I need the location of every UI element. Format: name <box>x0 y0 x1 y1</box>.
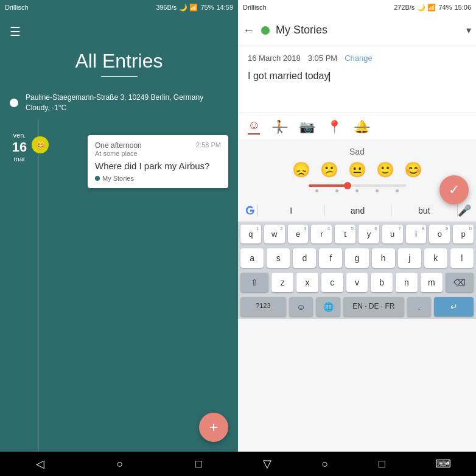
key-y[interactable]: y6 <box>359 225 379 243</box>
key-t[interactable]: t5 <box>335 225 355 243</box>
mic-icon[interactable]: 🎤 <box>458 204 471 217</box>
right-bottom-nav: ▽ ○ □ ⌨ <box>238 452 476 476</box>
camera-toolbar-icon[interactable]: 📷 <box>299 119 315 134</box>
entry-title: Where did I park my Airbus? <box>95 161 221 171</box>
entry-time-display: 3:05 PM <box>308 54 337 63</box>
key-z[interactable]: z <box>271 273 293 292</box>
key-x[interactable]: x <box>296 273 318 292</box>
backspace-key[interactable]: ⌫ <box>446 273 474 292</box>
left-icons: 🌙 📶 <box>179 4 198 12</box>
entry-tag-label: My Stories <box>102 175 134 182</box>
timeline-line <box>38 119 38 452</box>
back-nav-icon-right[interactable]: ▽ <box>263 457 271 471</box>
language-key[interactable]: EN · DE · FR <box>343 297 404 317</box>
key-c[interactable]: c <box>321 273 343 292</box>
key-e[interactable]: e3 <box>288 225 309 243</box>
left-battery: 75% <box>200 4 214 11</box>
period-key[interactable]: . <box>407 297 432 317</box>
back-nav-icon[interactable]: ◁ <box>36 457 44 471</box>
key-r[interactable]: r4 <box>311 225 332 243</box>
mood-faces[interactable]: 😞 😕 😐 🙂 😊 <box>292 161 422 178</box>
recents-nav-icon-right[interactable]: □ <box>379 458 385 471</box>
home-nav-icon-right[interactable]: ○ <box>321 458 328 471</box>
left-carrier: Drillisch <box>5 4 29 11</box>
weather-text: Cloudy, -1°C <box>26 103 203 113</box>
add-entry-fab[interactable]: + <box>199 413 228 442</box>
left-time: 14:59 <box>216 4 233 11</box>
right-panel-header: ← My Stories ▾ <box>238 15 476 46</box>
entry-card[interactable]: One afternoon At some place 2:58 PM Wher… <box>88 135 228 188</box>
entry-place: At some place <box>95 150 142 157</box>
confirm-fab[interactable]: ✓ <box>439 175 469 205</box>
tag-dot <box>95 176 100 181</box>
key-s[interactable]: s <box>267 248 290 268</box>
right-icons: 🌙 📶 <box>417 4 436 12</box>
key-j[interactable]: j <box>398 248 421 268</box>
key-f[interactable]: f <box>319 248 342 268</box>
key-a[interactable]: a <box>240 248 264 268</box>
entry-time: 2:58 PM <box>196 141 221 149</box>
location-toolbar-icon[interactable]: 📍 <box>327 119 342 134</box>
location-dot <box>10 99 18 107</box>
emoji-toolbar-icon[interactable]: ☺ <box>248 118 260 135</box>
right-battery: 74% <box>438 4 452 11</box>
num-switch-key[interactable]: ?123 <box>240 297 286 317</box>
entry-text[interactable]: I got married today <box>248 69 466 105</box>
key-w[interactable]: w2 <box>264 225 285 243</box>
mood-face-5[interactable]: 😊 <box>404 161 422 178</box>
key-l[interactable]: l <box>450 248 474 268</box>
entry-edit-area[interactable]: 16 March 2018 3:05 PM Change I got marri… <box>238 46 476 113</box>
activity-toolbar-icon[interactable]: 🚶 <box>272 119 287 134</box>
title-divider <box>101 76 138 77</box>
mood-face-1[interactable]: 😞 <box>292 161 310 178</box>
recents-nav-icon[interactable]: □ <box>195 458 202 471</box>
keyboard[interactable]: I and but 🎤 q1 w2 e3 r4 t5 y6 u7 i8 o9 p… <box>238 200 476 319</box>
right-carrier: Drillisch <box>243 4 267 11</box>
key-o[interactable]: o9 <box>429 225 450 243</box>
key-n[interactable]: n <box>396 273 418 292</box>
keyboard-nav-icon[interactable]: ⌨ <box>435 457 451 471</box>
dropdown-button[interactable]: ▾ <box>466 24 471 36</box>
key-d[interactable]: d <box>293 248 316 268</box>
key-q[interactable]: q1 <box>240 225 261 243</box>
hamburger-menu[interactable]: ☰ <box>10 24 21 39</box>
mood-slider[interactable] <box>309 184 406 187</box>
mood-face-4[interactable]: 🙂 <box>376 161 394 178</box>
key-h[interactable]: h <box>372 248 395 268</box>
entry-time-of-day: One afternoon <box>95 141 142 150</box>
key-k[interactable]: k <box>424 248 447 268</box>
entry-emoji: 😊 <box>32 136 49 153</box>
location-card: Pauline-Staegemann-Straße 3, 10249 Berli… <box>0 86 238 119</box>
reminder-toolbar-icon[interactable]: 🔔 <box>354 119 369 134</box>
mood-face-2[interactable]: 😕 <box>320 161 338 178</box>
left-bottom-nav: ◁ ○ □ <box>0 452 238 476</box>
story-status-dot <box>261 26 270 35</box>
entry-date: 16 March 2018 <box>248 54 301 63</box>
date-label: ven. 16 mar <box>5 131 34 164</box>
suggestion-2[interactable]: and <box>324 206 390 215</box>
key-b[interactable]: b <box>371 273 393 292</box>
change-button[interactable]: Change <box>345 54 373 63</box>
shift-key[interactable]: ⇧ <box>240 273 268 292</box>
key-p[interactable]: p0 <box>453 225 474 243</box>
globe-key[interactable]: 🌐 <box>316 297 340 317</box>
key-v[interactable]: v <box>346 273 368 292</box>
google-icon <box>243 203 257 218</box>
key-i[interactable]: i8 <box>406 225 427 243</box>
key-m[interactable]: m <box>421 273 443 292</box>
emoji-key[interactable]: ☺ <box>289 297 313 317</box>
right-time: 15:06 <box>454 4 471 11</box>
back-button[interactable]: ← <box>243 23 255 37</box>
mood-face-3[interactable]: 😐 <box>348 161 366 178</box>
suggestion-1[interactable]: I <box>258 206 324 215</box>
editor-toolbar: ☺ 🚶 📷 📍 🔔 <box>238 113 476 139</box>
right-stats: 272B/s <box>394 4 415 11</box>
key-u[interactable]: u7 <box>382 225 403 243</box>
left-stats: 396B/s <box>156 4 177 11</box>
story-title: My Stories <box>276 24 327 37</box>
key-g[interactable]: g <box>345 248 368 268</box>
suggestion-3[interactable]: but <box>391 206 457 215</box>
return-key[interactable]: ↵ <box>434 297 474 317</box>
all-entries-title: All Entries <box>0 44 238 76</box>
home-nav-icon[interactable]: ○ <box>117 458 124 471</box>
